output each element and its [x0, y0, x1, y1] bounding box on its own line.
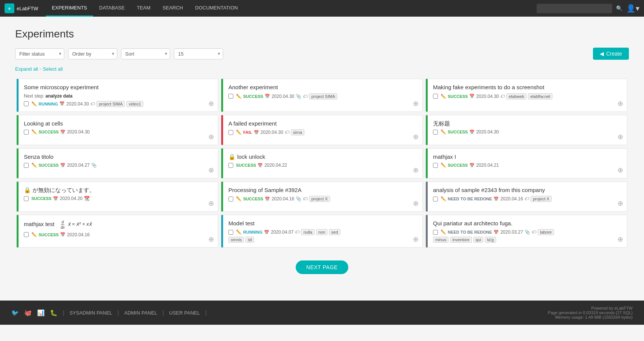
add-btn-1[interactable]: ⊕: [208, 99, 214, 108]
exp-checkbox-11[interactable]: [228, 197, 233, 202]
edit-icon-12[interactable]: ✏️: [441, 196, 446, 202]
exp-title-13[interactable]: mathjax test d dx ẋ = ẋ² + xẍ: [24, 220, 213, 230]
exp-tag-3a[interactable]: elabweb: [506, 93, 526, 99]
edit-icon-3[interactable]: ✏️: [441, 94, 446, 99]
exp-checkbox-13[interactable]: [24, 232, 29, 237]
add-btn-15[interactable]: ⊕: [618, 235, 623, 243]
nav-documentation[interactable]: DOCUMENTATION: [189, 0, 244, 17]
edit-icon-4[interactable]: ✏️: [31, 129, 37, 135]
exp-tag-2a[interactable]: project SIMA: [309, 93, 337, 99]
exp-tag-14c[interactable]: sed: [329, 229, 340, 235]
exp-tag-15c[interactable]: inventore: [450, 237, 472, 243]
edit-icon-1[interactable]: ✏️: [31, 101, 37, 107]
exp-title-7[interactable]: Senza titolo: [24, 153, 213, 161]
edit-icon-5[interactable]: ✏️: [236, 130, 242, 135]
exp-checkbox-5[interactable]: [228, 130, 233, 135]
exp-title-11[interactable]: Processing of Sample #392A: [228, 186, 417, 194]
exp-checkbox-1[interactable]: [24, 101, 29, 106]
exp-tag-11a[interactable]: project X: [309, 196, 330, 202]
exp-tag-14b[interactable]: non: [316, 229, 327, 235]
add-btn-6[interactable]: ⊕: [618, 133, 623, 141]
exp-checkbox-14[interactable]: [228, 230, 233, 235]
nav-experiments[interactable]: EXPERIMENTS: [46, 0, 93, 17]
exp-checkbox-2[interactable]: [228, 94, 233, 99]
create-button[interactable]: ◀ Create: [593, 48, 629, 60]
next-page-button[interactable]: NEXT PAGE: [296, 260, 348, 274]
exp-checkbox-15[interactable]: [433, 230, 438, 235]
per-page-select[interactable]: 15: [174, 48, 223, 59]
edit-icon-7[interactable]: ✏️: [31, 163, 37, 168]
exp-title-5[interactable]: A failed experiment: [228, 120, 417, 127]
search-input[interactable]: [537, 4, 612, 13]
add-btn-13[interactable]: ⊕: [208, 235, 214, 243]
add-btn-2[interactable]: ⊕: [413, 99, 419, 108]
exp-tag-12a[interactable]: project X: [531, 196, 551, 202]
exp-tag-14e[interactable]: sit: [245, 237, 254, 243]
add-btn-11[interactable]: ⊕: [413, 199, 419, 208]
search-icon[interactable]: 🔍: [616, 5, 622, 11]
edit-icon-13[interactable]: ✏️: [31, 232, 37, 237]
filter-status-select[interactable]: Filter status: [15, 48, 64, 59]
add-btn-12[interactable]: ⊕: [618, 199, 623, 208]
exp-title-15[interactable]: Qui pariatur aut architecto fuga.: [433, 220, 622, 227]
footer-user[interactable]: USER PANEL: [169, 310, 200, 316]
exp-tag-15a[interactable]: labore: [538, 229, 554, 235]
exp-checkbox-9[interactable]: [433, 163, 438, 168]
exp-checkbox-3[interactable]: [433, 94, 438, 99]
footer-icon-github[interactable]: 🐙: [24, 309, 32, 316]
exp-tag-15e[interactable]: ta'g: [485, 237, 496, 243]
add-btn-14[interactable]: ⊕: [413, 235, 419, 243]
footer-icon-twitter[interactable]: 🐦: [11, 309, 19, 316]
order-by-select[interactable]: Order by: [68, 48, 117, 59]
exp-checkbox-4[interactable]: [24, 130, 29, 135]
exp-title-1[interactable]: Some microscopy experiment: [24, 84, 213, 91]
exp-title-9[interactable]: mathjax I: [433, 153, 622, 161]
nav-search[interactable]: SEARCH: [157, 0, 189, 17]
nav-team[interactable]: TEAM: [131, 0, 157, 17]
sort-select[interactable]: Sort: [121, 48, 170, 59]
exp-title-6[interactable]: 无标题: [433, 120, 622, 127]
footer-icon-chart[interactable]: 📊: [37, 309, 45, 316]
edit-icon-11[interactable]: ✏️: [236, 196, 242, 202]
edit-icon-2[interactable]: ✏️: [236, 94, 242, 99]
add-btn-3[interactable]: ⊕: [618, 99, 623, 108]
select-all-link[interactable]: Select all: [43, 66, 63, 72]
exp-checkbox-6[interactable]: [433, 130, 438, 135]
exp-title-8[interactable]: 🔒 lock unlock: [228, 153, 417, 161]
edit-icon-6[interactable]: ✏️: [441, 129, 446, 135]
exp-checkbox-10[interactable]: [24, 196, 29, 201]
exp-checkbox-7[interactable]: [24, 163, 29, 168]
exp-checkbox-8[interactable]: [228, 163, 233, 168]
add-btn-8[interactable]: ⊕: [413, 166, 419, 174]
exp-title-12[interactable]: analysis of sample #2343 from this compa…: [433, 186, 622, 194]
exp-title-10[interactable]: 🔒 が無効になっています。: [24, 186, 213, 194]
exp-tag-1a[interactable]: project SIMA: [96, 101, 125, 107]
exp-title-4[interactable]: Looking at cells: [24, 120, 213, 127]
footer-admin[interactable]: ADMIN PANEL: [124, 310, 157, 316]
logo[interactable]: e eLabFTW: [5, 3, 38, 13]
edit-icon-15[interactable]: ✏️: [441, 229, 446, 235]
exp-tag-14d[interactable]: omnis: [228, 237, 244, 243]
exp-title-2[interactable]: Another experiment: [228, 84, 417, 91]
add-btn-5[interactable]: ⊕: [413, 133, 419, 141]
exp-tag-14a[interactable]: nulla: [301, 229, 314, 235]
add-btn-9[interactable]: ⊕: [618, 166, 623, 174]
edit-icon-14[interactable]: ✏️: [236, 229, 242, 235]
exp-checkbox-12[interactable]: [433, 197, 438, 202]
footer-sysadmin[interactable]: SYSADMIN PANEL: [70, 310, 112, 316]
exp-title-14[interactable]: Model test: [228, 220, 417, 227]
exp-title-3[interactable]: Making fake experiments to do a screensh…: [433, 84, 622, 91]
exp-tag-5a[interactable]: sirna: [291, 129, 304, 135]
exp-tag-15d[interactable]: qui: [473, 237, 484, 243]
expand-all-link[interactable]: Expand all: [15, 66, 38, 72]
edit-icon-9[interactable]: ✏️: [441, 163, 446, 168]
exp-tag-3b[interactable]: elabftw.net: [528, 93, 552, 99]
exp-tag-15b[interactable]: minus: [433, 237, 448, 243]
add-btn-7[interactable]: ⊕: [208, 166, 214, 174]
add-btn-4[interactable]: ⊕: [208, 133, 214, 141]
user-icon[interactable]: 👤▾: [626, 4, 639, 13]
nav-database[interactable]: DATABASE: [93, 0, 130, 17]
add-btn-10[interactable]: ⊕: [208, 199, 214, 208]
exp-tag-1b[interactable]: video1: [126, 101, 143, 107]
footer-icon-bug[interactable]: 🐛: [50, 309, 57, 316]
